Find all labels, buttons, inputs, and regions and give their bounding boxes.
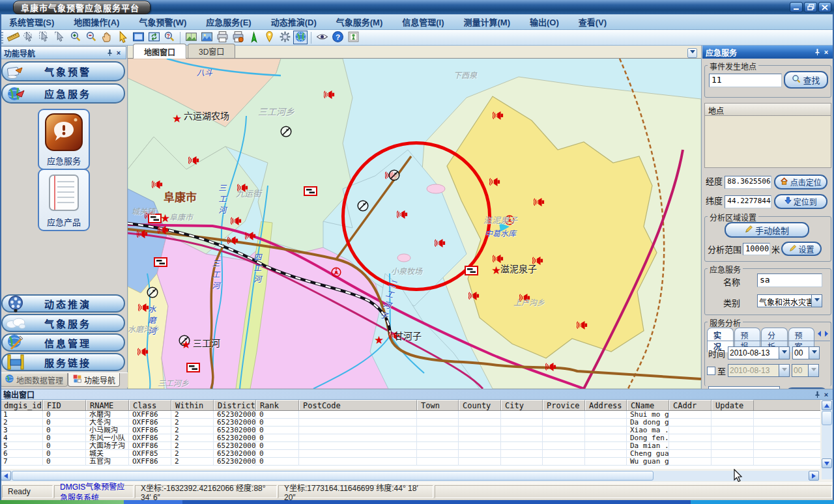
menu-item-7[interactable]: 信息管理(I) <box>402 16 444 28</box>
scroll-down-icon[interactable] <box>822 458 832 468</box>
toolbar-measure-ruler[interactable] <box>6 31 20 44</box>
to-checkbox[interactable] <box>707 367 715 375</box>
table-row[interactable]: 70五官沟OXFF8626523020000Wu guan gou <box>0 458 820 466</box>
flag-sign-icon[interactable] <box>465 266 478 277</box>
taskbar-sliver[interactable] <box>0 500 834 504</box>
toolbar-eye-view[interactable] <box>315 31 329 44</box>
toolbar-print[interactable] <box>215 31 229 44</box>
column-header-Class[interactable]: Class <box>129 400 171 411</box>
nav-button-动态推演[interactable]: 动态推演 <box>1 294 125 313</box>
column-header-CName[interactable]: CName <box>627 400 669 411</box>
hour-select[interactable]: 00 <box>792 346 820 359</box>
scroll-right-icon[interactable] <box>809 471 819 481</box>
scroll-left-icon[interactable] <box>1 471 11 481</box>
warning-speaker-icon[interactable] <box>534 197 545 209</box>
service-type-select[interactable]: 气象和洪水灾害 <box>757 294 822 307</box>
column-header-RNAME[interactable]: RNAME <box>86 400 129 411</box>
scroll-thumb[interactable] <box>822 411 832 425</box>
town-star-icon[interactable]: ★ <box>491 265 501 276</box>
column-header-Within[interactable]: Within <box>171 400 214 411</box>
toolbar-settings-gear[interactable] <box>278 31 292 44</box>
dropdown-arrow-icon[interactable] <box>811 294 822 307</box>
hour2-select[interactable]: 00 <box>792 364 819 377</box>
menu-item-6[interactable]: 气象服务(M) <box>336 16 383 28</box>
nav-button-气象服务[interactable]: 气象服务 <box>1 314 125 332</box>
warning-speaker-icon[interactable] <box>152 180 163 191</box>
toolbar-select-rect[interactable] <box>37 31 51 44</box>
warning-speaker-icon[interactable] <box>231 216 242 228</box>
menu-item-1[interactable]: 系统管理(S) <box>9 16 54 28</box>
close-button[interactable] <box>818 2 831 12</box>
town-star-icon[interactable]: ★ <box>181 339 191 350</box>
warning-speaker-icon[interactable] <box>577 320 588 332</box>
warning-speaker-icon[interactable] <box>324 90 335 102</box>
nav-button-信息管理[interactable]: 信息管理 <box>1 333 125 352</box>
warning-speaker-icon[interactable] <box>137 347 149 359</box>
table-row[interactable]: 60城关OXFF8526523020000Cheng guan <box>0 450 820 458</box>
scroll-thumb[interactable] <box>12 471 654 481</box>
locate-to-button[interactable]: 定位到 <box>774 194 827 209</box>
flag-sign-icon[interactable] <box>304 186 317 198</box>
toolbar-grip[interactable] <box>1 32 3 44</box>
find-button[interactable]: 查找 <box>784 71 828 89</box>
manual-draw-button[interactable]: 手动绘制 <box>725 222 809 238</box>
close-panel-icon[interactable]: × <box>114 49 123 57</box>
warning-speaker-icon[interactable] <box>245 231 256 243</box>
column-header-FID[interactable]: FID <box>43 400 86 411</box>
nav-button-气象预警[interactable]: 气象预警 <box>1 61 125 81</box>
town-star-icon[interactable]: ★ <box>160 213 170 224</box>
circle-sign-icon[interactable] <box>147 287 158 300</box>
tab-scroll-left-icon[interactable] <box>817 329 822 339</box>
toolbar-help[interactable]: ? <box>330 31 345 44</box>
panel-tab-功能导航[interactable]: 功能导航 <box>68 373 120 387</box>
toolbar-zoom-out[interactable] <box>84 31 98 44</box>
place-list-header[interactable]: 地点 <box>704 103 831 116</box>
toolbar-green-arrow[interactable] <box>246 31 261 44</box>
scroll-up-icon[interactable] <box>822 400 832 410</box>
column-header-Town[interactable]: Town <box>417 400 459 411</box>
toolbar-identify[interactable]: ? <box>162 31 177 44</box>
pin-icon[interactable] <box>105 49 114 57</box>
warning-speaker-icon[interactable] <box>545 362 556 374</box>
close-panel-icon[interactable]: × <box>822 390 831 399</box>
town-star-icon[interactable]: ★ <box>374 335 384 346</box>
toolbar-picture-frame[interactable] <box>346 31 360 44</box>
warning-speaker-icon[interactable] <box>397 210 408 221</box>
panel-tab-地图数据管理[interactable]: 地图数据管理 <box>0 373 68 387</box>
circle-sign-icon[interactable] <box>280 126 292 139</box>
tab-scroll-right-icon[interactable] <box>824 329 829 339</box>
restore-button[interactable] <box>804 2 817 12</box>
toolbar-select-lasso[interactable] <box>22 31 36 44</box>
table-row[interactable]: 50大面场子沟OXFF8626523020000Da mian ... <box>0 442 820 450</box>
table-row[interactable]: 20大冬沟OXFF8626523020000Da dong gou <box>0 419 820 427</box>
date2-select[interactable]: 2010-08-13 <box>728 364 790 377</box>
set-button[interactable]: 设置 <box>781 242 822 256</box>
close-panel-icon[interactable]: × <box>822 48 831 57</box>
toolbar-pointer-arrow[interactable] <box>115 31 130 44</box>
column-header-Rank[interactable]: Rank <box>256 400 299 411</box>
flag-sign-icon[interactable] <box>154 257 167 269</box>
column-header-Provice[interactable]: Provice <box>543 400 585 411</box>
pin-icon[interactable] <box>812 390 822 399</box>
place-list[interactable] <box>704 116 831 168</box>
menu-item-3[interactable]: 气象预警(W) <box>139 16 186 28</box>
window-list-dropdown[interactable] <box>687 48 697 58</box>
latitude-input[interactable]: 44.22778446 <box>725 195 771 208</box>
nav-button-服务链接[interactable]: 服务链接 <box>1 353 125 371</box>
map-canvas[interactable]: ★★★★★八斗六运湖农场三工河乡下西泉九运街阜康市城关镇阜康市滋泥泉子中葛水库滋… <box>128 59 701 389</box>
big-button-应急产品[interactable]: 应急产品 <box>38 169 90 231</box>
warning-speaker-icon[interactable] <box>227 236 238 247</box>
column-header-dmgis_id[interactable]: dmgis_id <box>0 400 43 411</box>
warning-speaker-icon[interactable] <box>158 225 169 237</box>
date-select[interactable]: 2010-08-13 <box>728 346 790 359</box>
column-header-City[interactable]: City <box>501 400 543 411</box>
toolbar-export-image[interactable] <box>199 31 214 44</box>
town-star-icon[interactable]: ★ <box>172 113 182 124</box>
menu-item-4[interactable]: 应急服务(E) <box>206 16 251 28</box>
flag-sign-icon[interactable] <box>186 363 200 374</box>
toolbar-zoom-in[interactable] <box>68 31 83 44</box>
big-button-应急服务[interactable]: 应急服务 <box>38 109 90 170</box>
toolbar-map-layers[interactable] <box>184 31 198 44</box>
menu-item-5[interactable]: 动态推演(D) <box>271 16 317 28</box>
toolbar-full-extent[interactable] <box>131 31 145 44</box>
